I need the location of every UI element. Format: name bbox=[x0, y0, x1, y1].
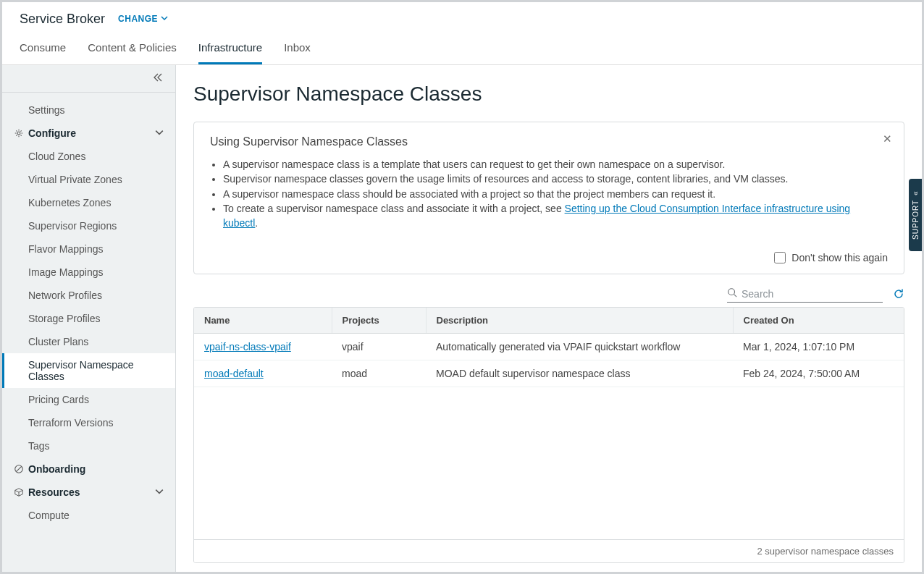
sidebar-collapse[interactable] bbox=[2, 65, 175, 93]
support-label: SUPPORT bbox=[912, 200, 920, 240]
sidebar-section-resources[interactable]: Resources bbox=[2, 481, 175, 504]
row-projects: moad bbox=[332, 360, 426, 387]
support-tab[interactable]: SUPPORT « bbox=[909, 179, 922, 251]
row-description: Automatically generated via VPAIF quicks… bbox=[426, 334, 733, 360]
row-name-link[interactable]: moad-default bbox=[204, 368, 264, 379]
sidebar: Settings Configure Cloud Zones Virtual P… bbox=[2, 65, 176, 572]
row-created: Feb 24, 2024, 7:50:00 AM bbox=[733, 360, 904, 387]
row-created: Mar 1, 2024, 1:07:10 PM bbox=[733, 334, 904, 360]
sidebar-item-supervisor-regions[interactable]: Supervisor Regions bbox=[2, 214, 175, 237]
sidebar-section-label: Configure bbox=[28, 127, 76, 139]
chevron-down-icon bbox=[155, 486, 164, 498]
info-bullet-prefix: To create a supervisor namespace class a… bbox=[223, 203, 565, 214]
sidebar-item-virtual-private-zones[interactable]: Virtual Private Zones bbox=[2, 168, 175, 191]
col-description[interactable]: Description bbox=[426, 308, 733, 334]
row-projects: vpaif bbox=[332, 334, 426, 360]
svg-line-4 bbox=[734, 295, 737, 297]
sidebar-item-image-mappings[interactable]: Image Mappings bbox=[2, 261, 175, 284]
info-bullet: To create a supervisor namespace class a… bbox=[223, 201, 888, 231]
info-bullet: A supervisor namespace class should be a… bbox=[223, 187, 888, 201]
sidebar-section-label: Resources bbox=[28, 486, 80, 498]
info-card-title: Using Supervisor Namespace Classes bbox=[210, 135, 888, 148]
info-card-bullets: A supervisor namespace class is a templa… bbox=[210, 157, 888, 230]
gear-icon bbox=[14, 128, 24, 138]
info-bullet-suffix: . bbox=[255, 217, 258, 229]
search-input[interactable] bbox=[742, 288, 883, 300]
sidebar-item-flavor-mappings[interactable]: Flavor Mappings bbox=[2, 237, 175, 261]
table-header-row: Name Projects Description Created On bbox=[194, 308, 904, 334]
col-projects[interactable]: Projects bbox=[332, 308, 426, 334]
sidebar-item-network-profiles[interactable]: Network Profiles bbox=[2, 284, 175, 307]
svg-line-2 bbox=[16, 466, 21, 471]
col-name[interactable]: Name bbox=[194, 308, 332, 334]
sidebar-item-terraform-versions[interactable]: Terraform Versions bbox=[2, 411, 175, 434]
row-name-link[interactable]: vpaif-ns-class-vpaif bbox=[204, 341, 291, 353]
change-app-link[interactable]: CHANGE bbox=[118, 14, 168, 24]
sidebar-item-kubernetes-zones[interactable]: Kubernetes Zones bbox=[2, 191, 175, 214]
sidebar-section-onboarding[interactable]: Onboarding bbox=[2, 457, 175, 481]
table-wrap: Name Projects Description Created On vpa… bbox=[193, 307, 904, 563]
change-label: CHANGE bbox=[118, 14, 158, 24]
double-chevron-left-icon: « bbox=[912, 190, 920, 195]
table-footer: 2 supervisor namespace classes bbox=[194, 539, 904, 562]
refresh-button[interactable] bbox=[893, 288, 904, 302]
sidebar-item-cloud-zones[interactable]: Cloud Zones bbox=[2, 145, 175, 168]
search-wrap bbox=[727, 287, 883, 303]
chevron-down-icon bbox=[161, 14, 168, 24]
refresh-icon bbox=[893, 290, 904, 302]
table-row: vpaif-ns-class-vpaif vpaif Automatically… bbox=[194, 334, 904, 360]
svg-point-3 bbox=[728, 289, 735, 295]
main-tabs: Consume Content & Policies Infrastructur… bbox=[2, 34, 922, 65]
info-card: ✕ Using Supervisor Namespace Classes A s… bbox=[193, 122, 904, 274]
app-title: Service Broker bbox=[20, 12, 105, 27]
sidebar-item-cluster-plans[interactable]: Cluster Plans bbox=[2, 330, 175, 353]
svg-point-0 bbox=[17, 132, 20, 135]
sidebar-item-supervisor-namespace-classes[interactable]: Supervisor Namespace Classes bbox=[2, 353, 175, 388]
close-icon[interactable]: ✕ bbox=[883, 132, 892, 145]
cube-icon bbox=[14, 487, 24, 497]
tab-content-policies[interactable]: Content & Policies bbox=[88, 34, 177, 64]
sidebar-item-compute[interactable]: Compute bbox=[2, 504, 175, 527]
tab-inbox[interactable]: Inbox bbox=[284, 34, 311, 64]
tab-infrastructure[interactable]: Infrastructure bbox=[198, 34, 262, 64]
chevron-down-icon bbox=[155, 127, 164, 139]
info-bullet: A supervisor namespace class is a templa… bbox=[223, 157, 888, 172]
sidebar-item-tags[interactable]: Tags bbox=[2, 434, 175, 457]
sidebar-section-label: Onboarding bbox=[28, 463, 85, 475]
row-description: MOAD default supervisor namespace class bbox=[426, 360, 733, 387]
disable-icon bbox=[14, 464, 24, 474]
table-row: moad-default moad MOAD default superviso… bbox=[194, 360, 904, 387]
info-bullet: Supervisor namespace classes govern the … bbox=[223, 172, 888, 186]
search-icon bbox=[727, 287, 742, 300]
sidebar-item-settings[interactable]: Settings bbox=[2, 98, 175, 122]
dont-show-checkbox[interactable] bbox=[774, 252, 786, 263]
sidebar-section-configure[interactable]: Configure bbox=[2, 122, 175, 145]
col-created-on[interactable]: Created On bbox=[733, 308, 904, 334]
page-title: Supervisor Namespace Classes bbox=[193, 83, 904, 106]
sidebar-item-pricing-cards[interactable]: Pricing Cards bbox=[2, 388, 175, 411]
sidebar-item-storage-profiles[interactable]: Storage Profiles bbox=[2, 307, 175, 330]
double-chevron-left-icon bbox=[152, 72, 164, 85]
tab-consume[interactable]: Consume bbox=[20, 34, 66, 64]
dont-show-label: Don't show this again bbox=[791, 252, 888, 263]
